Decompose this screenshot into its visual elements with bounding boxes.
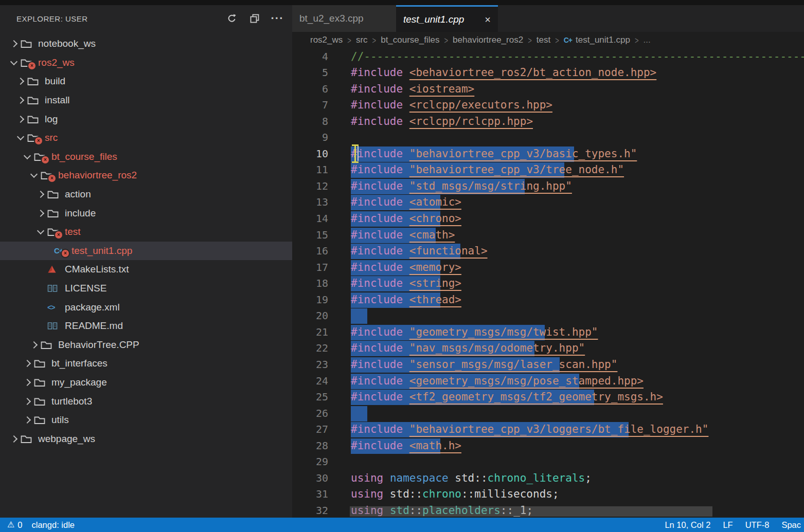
code-line-15[interactable]: 15#include <cmath> [292,227,804,244]
chevron-right-icon[interactable] [21,399,34,404]
chevron-down-icon[interactable] [21,155,34,158]
tree-item-turtlebot3[interactable]: turtlebot3 [0,392,292,411]
cursor-position[interactable]: Ln 10, Col 2 [662,520,713,530]
collapse-folders-icon[interactable] [249,13,260,24]
tree-item-log[interactable]: log [0,109,292,129]
code-line-12[interactable]: 12#include "std_msgs/msg/string.hpp" [292,178,804,195]
line-number[interactable]: 31 [292,486,328,503]
tree-item-utils[interactable]: utils [0,411,292,430]
code-line-8[interactable]: 8#include <rclcpp/rclcpp.hpp> [292,114,804,130]
encoding[interactable]: UTF-8 [742,520,773,530]
chevron-right-icon[interactable] [27,342,41,347]
line-number[interactable]: 8 [292,114,328,130]
chevron-right-icon[interactable] [34,192,47,197]
line-number[interactable]: 18 [292,276,328,292]
code-line-11[interactable]: 11#include "behaviortree_cpp_v3/tree_nod… [292,162,804,178]
code-line-28[interactable]: 28#include <math.h> [292,438,804,454]
code-line-20[interactable]: 20 [292,308,804,324]
breadcrumb-item-test[interactable]: test [537,35,550,45]
line-number[interactable]: 9 [292,130,328,146]
tree-item-my_package[interactable]: my_package [0,373,292,392]
code-line-5[interactable]: 5#include <behaviortree_ros2/bt_action_n… [292,65,804,81]
chevron-right-icon[interactable] [34,211,47,216]
horizontal-scrollbar[interactable] [350,506,712,517]
tab-bt_u2_ex3.cpp[interactable]: bt_u2_ex3.cpp [292,5,396,32]
breadcrumb-item-bt_course_files[interactable]: bt_course_files [381,35,439,45]
line-number[interactable]: 23 [292,357,328,373]
line-number[interactable]: 28 [292,438,328,454]
tree-item-behaviortree_ros2[interactable]: ×behaviortree_ros2 [0,166,292,185]
tree-item-README.md[interactable]: README.md [0,317,292,336]
line-number[interactable]: 7 [292,97,328,114]
tree-item-install[interactable]: install [0,91,292,110]
code-line-17[interactable]: 17#include <memory> [292,260,804,276]
line-number[interactable]: 14 [292,211,328,227]
chevron-right-icon[interactable] [7,41,21,46]
breadcrumb-item-...[interactable]: ... [643,35,650,45]
code-line-25[interactable]: 25#include <tf2_geometry_msgs/tf2_geomet… [292,389,804,406]
code-line-13[interactable]: 13#include <atomic> [292,194,804,211]
indentation[interactable]: Spac [778,520,804,530]
tree-item-LICENSE[interactable]: LICENSE [0,279,292,298]
chevron-right-icon[interactable] [7,436,21,442]
line-number[interactable]: 29 [292,454,328,470]
line-number[interactable]: 20 [292,308,328,324]
code-line-16[interactable]: 16#include <functional> [292,243,804,260]
code-line-10[interactable]: 10#include "behaviortree_cpp_v3/basic_ty… [292,146,804,162]
tree-item-test[interactable]: ×test [0,223,292,242]
code-line-19[interactable]: 19#include <thread> [292,292,804,308]
tree-item-test_unit1.cpp[interactable]: C+×test_unit1.cpp [0,242,292,261]
tree-item-BehaviorTree.CPP[interactable]: BehaviorTree.CPP [0,336,292,355]
line-number[interactable]: 10 [292,146,328,162]
line-number[interactable]: 30 [292,470,328,487]
line-number[interactable]: 27 [292,421,328,438]
line-number[interactable]: 19 [292,292,328,308]
eol-sequence[interactable]: LF [720,520,736,530]
code-line-29[interactable]: 29 [292,454,804,470]
code-line-23[interactable]: 23#include "sensor_msgs/msg/laser_scan.h… [292,357,804,373]
chevron-right-icon[interactable] [14,98,27,103]
chevron-down-icon[interactable] [7,61,21,64]
code-line-7[interactable]: 7#include <rclcpp/executors.hpp> [292,97,804,114]
chevron-right-icon[interactable] [21,380,34,385]
tree-item-package.xml[interactable]: <>package.xml [0,298,292,317]
line-number[interactable]: 32 [292,503,328,518]
chevron-right-icon[interactable] [21,417,34,423]
chevron-right-icon[interactable] [21,361,34,366]
line-number[interactable]: 11 [292,162,328,178]
code-line-31[interactable]: 31using std::chrono::milliseconds; [292,486,804,503]
breadcrumb-item-src[interactable]: src [356,35,368,45]
chevron-right-icon[interactable] [14,79,27,84]
tree-item-webpage_ws[interactable]: webpage_ws [0,429,292,448]
line-number[interactable]: 17 [292,260,328,276]
tree-item-ros2_ws[interactable]: ×ros2_ws [0,53,292,72]
code-line-4[interactable]: 4//-------------------------------------… [292,49,804,65]
line-number[interactable]: 5 [292,65,328,81]
tree-item-notebook_ws[interactable]: notebook_ws [0,34,292,53]
tree-item-bt_course_files[interactable]: ×bt_course_files [0,148,292,167]
code-line-9[interactable]: 9 [292,130,804,146]
line-number[interactable]: 4 [292,49,328,65]
line-number[interactable]: 16 [292,243,328,260]
line-number[interactable]: 15 [292,227,328,244]
tree-item-CMakeLists.txt[interactable]: CMakeLists.txt [0,260,292,279]
line-number[interactable]: 26 [292,406,328,422]
breadcrumb-item-behaviortree_ros2[interactable]: behaviortree_ros2 [453,35,523,45]
code-line-21[interactable]: 21#include "geometry_msgs/msg/twist.hpp" [292,324,804,341]
code-line-14[interactable]: 14#include <chrono> [292,211,804,227]
line-number[interactable]: 22 [292,340,328,357]
problems-indicator[interactable]: ⚠0 [4,520,26,530]
code-line-30[interactable]: 30using namespace std::chrono_literals; [292,470,804,487]
tree-item-src[interactable]: ×src [0,129,292,148]
line-number[interactable]: 21 [292,324,328,341]
line-number[interactable]: 12 [292,178,328,195]
chevron-down-icon[interactable] [27,174,41,177]
tree-item-build[interactable]: build [0,72,292,91]
tree-item-include[interactable]: include [0,204,292,223]
code-line-27[interactable]: 27#include "behaviortree_cpp_v3/loggers/… [292,421,804,438]
line-number[interactable]: 24 [292,373,328,390]
tree-item-bt_interfaces[interactable]: bt_interfaces [0,354,292,373]
refresh-icon[interactable] [226,13,238,24]
close-icon[interactable]: × [485,14,491,25]
code-line-6[interactable]: 6#include <iostream> [292,81,804,98]
